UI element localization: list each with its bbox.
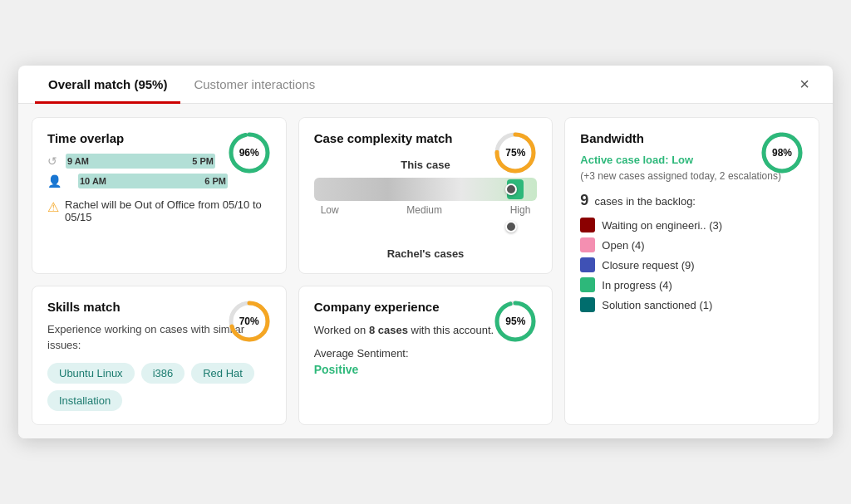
- active-load-label: Active case load:: [580, 154, 668, 166]
- backlog-color-swatch: [580, 257, 595, 272]
- backlog-color-swatch: [580, 277, 595, 292]
- company-text-bold: 8 cases: [369, 324, 408, 336]
- time-overlap-card: Time overlap 96% ↺ 9 AM: [32, 117, 287, 274]
- skill-tag[interactable]: Ubuntu Linux: [47, 363, 135, 384]
- bar1-start: 9 AM: [67, 156, 89, 166]
- sentiment-value: Positive: [314, 363, 538, 376]
- company-text-pre: Worked on: [314, 324, 369, 336]
- bar-2: 10 AM 6 PM: [78, 174, 228, 188]
- modal-container: Overall match (95%) Customer interaction…: [18, 66, 833, 438]
- backlog-item: Solution sanctioned (1): [580, 297, 804, 312]
- modal-header: Overall match (95%) Customer interaction…: [18, 66, 833, 104]
- backlog-color-swatch: [580, 218, 595, 232]
- label-medium: Medium: [406, 204, 442, 216]
- backlog-color-swatch: [580, 237, 595, 252]
- case-complexity-donut: 75%: [492, 130, 539, 176]
- backlog-color-swatch: [580, 297, 595, 312]
- slider-labels: Low Medium High: [314, 204, 538, 216]
- slider-thumb-top: [505, 183, 517, 195]
- skill-tag[interactable]: i386: [141, 363, 185, 384]
- time-overlap-percent: 96%: [239, 147, 259, 159]
- company-experience-donut: 95%: [492, 298, 539, 345]
- ooo-text: Rachel will be Out of Office from 05/10 …: [65, 198, 271, 223]
- backlog-items: Waiting on engineeri.. (3)Open (4)Closur…: [580, 218, 804, 312]
- backlog-count: 9: [580, 192, 588, 208]
- backlog-item-label: Waiting on engineeri.. (3): [602, 219, 722, 232]
- backlog-item: In progress (4): [580, 277, 804, 292]
- skill-tag[interactable]: Red Hat: [191, 363, 254, 384]
- bandwidth-donut: 98%: [759, 130, 805, 176]
- ooo-warning: ⚠ Rachel will be Out of Office from 05/1…: [47, 198, 271, 223]
- slider-track: [314, 178, 538, 201]
- close-button[interactable]: ×: [793, 71, 816, 97]
- skills-tags: Ubuntu Linuxi386Red HatInstallation: [47, 363, 271, 411]
- company-text-post: with this account.: [408, 324, 494, 336]
- skills-match-donut: 70%: [226, 298, 273, 345]
- bar2-start: 10 AM: [80, 176, 106, 186]
- backlog-item-label: Solution sanctioned (1): [602, 299, 712, 311]
- tab-overall-match[interactable]: Overall match (95%): [35, 66, 180, 104]
- active-load-value: Low: [671, 154, 693, 166]
- bar1-end: 5 PM: [192, 156, 214, 166]
- backlog-item: Waiting on engineeri.. (3): [580, 218, 804, 232]
- backlog-item-label: Open (4): [602, 239, 644, 252]
- complexity-label-bottom: Rachel's cases: [314, 247, 538, 260]
- backlog-item: Closure request (9): [580, 257, 804, 272]
- backlog-intro: cases in the backlog:: [595, 195, 696, 208]
- backlog-item-label: Closure request (9): [602, 259, 694, 272]
- time-overlap-donut: 96%: [226, 130, 273, 176]
- backlog-item: Open (4): [580, 237, 804, 252]
- bar-1: 9 AM 5 PM: [66, 154, 215, 169]
- backlog-title: 9 cases in the backlog:: [580, 192, 804, 209]
- company-experience-percent: 95%: [505, 316, 525, 327]
- skills-match-card: Skills match 70% Experience working on c…: [32, 286, 287, 424]
- skill-tag[interactable]: Installation: [47, 390, 122, 411]
- bandwidth-percent: 98%: [772, 147, 792, 159]
- backlog-item-label: In progress (4): [602, 279, 672, 291]
- label-high: High: [510, 204, 531, 216]
- company-experience-card: Company experience 95% Worked on 8 cases…: [298, 286, 553, 424]
- bandwidth-card: Bandwidth 98% Active case load: Low (+3 …: [564, 117, 819, 424]
- modal-body: Time overlap 96% ↺ 9 AM: [18, 104, 833, 438]
- case-complexity-card: Case complexity match 75% This case: [298, 117, 553, 274]
- label-low: Low: [321, 204, 339, 216]
- skills-match-percent: 70%: [239, 316, 259, 327]
- person-icon: 👤: [47, 174, 61, 188]
- repeat-icon: ↺: [47, 154, 57, 168]
- bar2-end: 6 PM: [204, 176, 226, 186]
- warning-icon: ⚠: [47, 199, 59, 215]
- tab-customer-interactions[interactable]: Customer interactions: [180, 66, 328, 104]
- slider-thumb-bottom: [505, 221, 517, 232]
- sentiment-label: Average Sentiment:: [314, 347, 538, 360]
- case-complexity-percent: 75%: [505, 147, 525, 159]
